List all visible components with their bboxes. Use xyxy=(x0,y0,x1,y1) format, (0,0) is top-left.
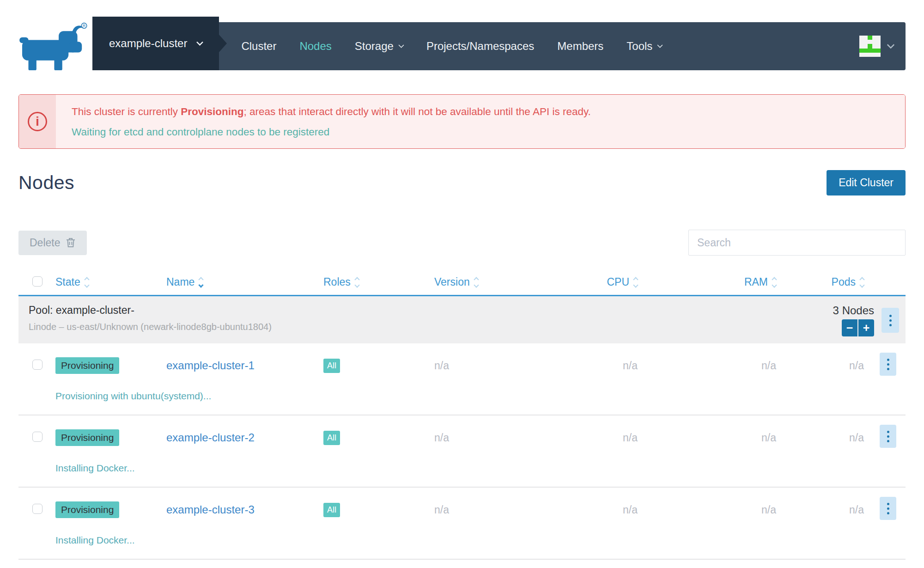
column-header-ram[interactable]: RAM xyxy=(638,276,776,288)
table-row: Provisioning example-cluster-1 All n/a n… xyxy=(18,343,906,415)
role-badge: All xyxy=(323,359,340,373)
ram-value: n/a xyxy=(638,504,776,516)
alert-message-prefix: This cluster is currently xyxy=(72,106,181,117)
table-header-row: State Name Roles Version CPU RAM Pods xyxy=(18,269,906,296)
column-header-pods[interactable]: Pods xyxy=(776,276,864,288)
scale-down-button[interactable]: − xyxy=(842,319,857,336)
state-badge: Provisioning xyxy=(55,501,119,518)
cpu-value: n/a xyxy=(504,432,638,444)
row-checkbox[interactable] xyxy=(32,360,43,370)
nav-item-nodes[interactable]: Nodes xyxy=(299,40,331,53)
nav-item-label: Nodes xyxy=(299,40,331,53)
chevron-down-icon xyxy=(398,42,404,48)
scale-up-button[interactable]: + xyxy=(858,319,874,336)
alert-message-state: Provisioning xyxy=(181,106,243,117)
row-status-text: Installing Docker... xyxy=(42,463,906,474)
pool-count-block: 3 Nodes − + xyxy=(833,304,874,336)
column-header-cpu[interactable]: CPU xyxy=(504,276,638,288)
pool-group-row: Pool: example-cluster- Linode – us-east/… xyxy=(18,296,906,343)
pool-scale-controls: − + xyxy=(842,319,874,336)
row-status-text: Provisioning with ubuntu(systemd)... xyxy=(42,391,906,402)
column-header-roles[interactable]: Roles xyxy=(310,276,420,288)
nav-item-label: Members xyxy=(557,40,603,53)
top-navbar: example-cluster Cluster Nodes Storage Pr… xyxy=(92,22,906,70)
kebab-dot xyxy=(887,363,889,366)
kebab-dot xyxy=(889,319,892,322)
row-checkbox[interactable] xyxy=(32,432,43,442)
edit-cluster-button[interactable]: Edit Cluster xyxy=(827,170,906,195)
delete-button-label: Delete xyxy=(30,237,60,249)
chevron-down-icon xyxy=(196,38,204,46)
kebab-dot xyxy=(887,431,889,433)
role-badge: All xyxy=(323,503,340,517)
search-input[interactable] xyxy=(688,230,906,256)
nav-item-label: Projects/Namespaces xyxy=(426,40,534,53)
column-header-label: CPU xyxy=(607,276,629,288)
user-menu[interactable] xyxy=(859,36,894,57)
sort-icon xyxy=(355,278,359,287)
node-name-link[interactable]: example-cluster-1 xyxy=(166,359,255,372)
sort-icon xyxy=(85,278,89,287)
row-checkbox[interactable] xyxy=(32,504,43,514)
cluster-picker-label: example-cluster xyxy=(109,37,187,50)
alert-icon-cell: i xyxy=(19,95,56,148)
sort-icon xyxy=(199,278,203,287)
pool-menu-button[interactable] xyxy=(881,308,899,333)
cluster-picker-dropdown[interactable]: example-cluster xyxy=(92,17,219,70)
nav-item-cluster[interactable]: Cluster xyxy=(241,40,276,53)
sort-icon xyxy=(772,278,776,287)
role-badge: All xyxy=(323,431,340,445)
nav-item-projects-namespaces[interactable]: Projects/Namespaces xyxy=(426,40,534,53)
nav-item-tools[interactable]: Tools xyxy=(626,40,662,53)
kebab-dot xyxy=(887,507,889,510)
chevron-down-icon xyxy=(657,42,663,48)
pool-subtitle: Linode – us-east/Unknown (newark-linode8… xyxy=(29,322,272,332)
node-name-link[interactable]: example-cluster-2 xyxy=(166,431,255,444)
table-row: Provisioning example-cluster-2 All n/a n… xyxy=(18,415,906,488)
state-badge: Provisioning xyxy=(55,429,119,446)
pods-value: n/a xyxy=(776,504,864,516)
version-value: n/a xyxy=(420,504,504,516)
sort-icon xyxy=(860,278,864,287)
row-menu-button[interactable] xyxy=(880,497,896,520)
nav-item-label: Tools xyxy=(626,40,652,53)
nav-item-members[interactable]: Members xyxy=(557,40,603,53)
node-name-link[interactable]: example-cluster-3 xyxy=(166,503,255,516)
pool-controls: 3 Nodes − + xyxy=(833,304,899,336)
column-header-state[interactable]: State xyxy=(42,276,152,288)
nav-items: Cluster Nodes Storage Projects/Namespace… xyxy=(241,40,662,53)
svg-text:R: R xyxy=(83,24,85,28)
cpu-value: n/a xyxy=(504,504,638,516)
row-menu-button[interactable] xyxy=(880,353,896,376)
version-value: n/a xyxy=(420,360,504,372)
row-menu-button[interactable] xyxy=(880,425,896,448)
pool-node-count: 3 Nodes xyxy=(833,304,874,317)
table-toolbar: Delete xyxy=(18,230,906,256)
select-all-checkbox[interactable] xyxy=(32,276,43,287)
cpu-value: n/a xyxy=(504,360,638,372)
delete-button[interactable]: Delete xyxy=(18,231,87,255)
alert-body: This cluster is currently Provisioning; … xyxy=(56,95,905,148)
nav-item-label: Storage xyxy=(355,40,394,53)
column-header-version[interactable]: Version xyxy=(420,276,504,288)
kebab-dot xyxy=(887,503,889,505)
sort-icon xyxy=(474,278,478,287)
trash-icon xyxy=(66,237,76,248)
alert-detail: Waiting for etcd and controlplane nodes … xyxy=(72,126,889,138)
app-header: R example-cluster Cluster Nodes Storage … xyxy=(0,0,924,73)
version-value: n/a xyxy=(420,432,504,444)
nodes-table: State Name Roles Version CPU RAM Pods xyxy=(18,269,906,560)
kebab-dot xyxy=(889,324,892,326)
column-header-label: Version xyxy=(434,276,470,288)
pods-value: n/a xyxy=(776,360,864,372)
nav-item-storage[interactable]: Storage xyxy=(355,40,403,53)
pods-value: n/a xyxy=(776,432,864,444)
kebab-dot xyxy=(887,512,889,514)
column-header-label: Pods xyxy=(832,276,856,288)
column-header-label: State xyxy=(55,276,80,288)
cluster-provisioning-alert: i This cluster is currently Provisioning… xyxy=(18,94,906,149)
column-header-name[interactable]: Name xyxy=(152,276,310,288)
kebab-dot xyxy=(889,315,892,317)
column-header-label: Roles xyxy=(323,276,351,288)
column-header-label: Name xyxy=(166,276,195,288)
